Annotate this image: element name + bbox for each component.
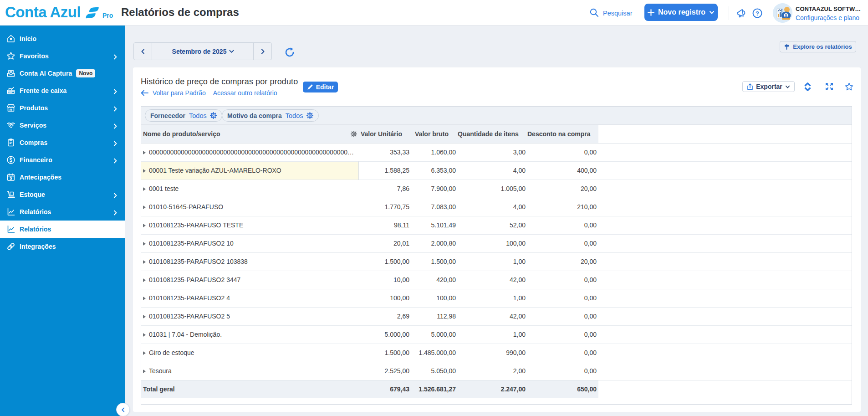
svg-text:$: $ bbox=[785, 13, 787, 18]
svg-text:?: ? bbox=[756, 10, 759, 17]
